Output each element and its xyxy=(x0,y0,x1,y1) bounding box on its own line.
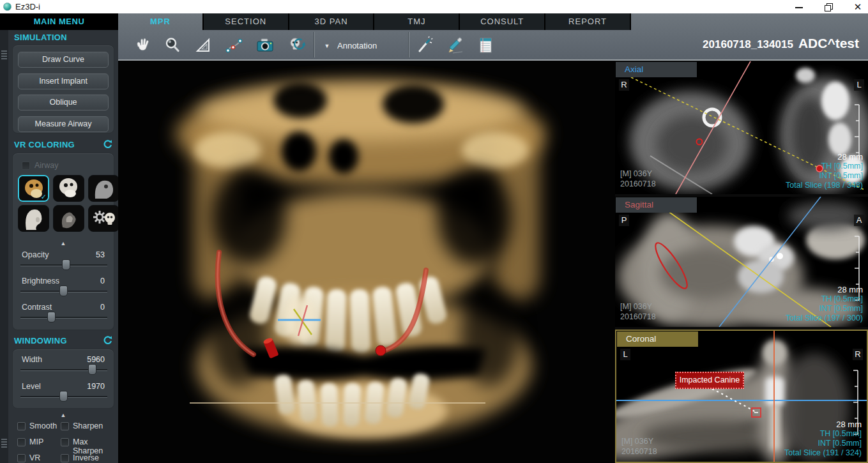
tab-mpr[interactable]: MPR xyxy=(118,13,202,30)
vr-coloring-panel: Airway ✓ xyxy=(12,153,114,330)
coronal-view[interactable]: Coronal L R Impacted Canine [M] 036Y2016… xyxy=(615,330,868,463)
opacity-slider[interactable] xyxy=(20,264,107,266)
tab-section[interactable]: SECTION xyxy=(204,13,288,30)
sagittal-view[interactable]: Sagittal P A [M] 036Y20160718 28 mm TH [… xyxy=(615,197,868,327)
window-titlebar: Ez3D-i ✕ xyxy=(0,0,868,13)
sagittal-thickness-label: TH [0.5mm] xyxy=(786,294,863,304)
level-slider-thumb[interactable] xyxy=(59,391,68,402)
restore-button[interactable] xyxy=(823,2,834,12)
selected-check-icon: ✓ xyxy=(41,193,47,201)
study-id: 20160718_134015 xyxy=(703,38,793,50)
width-value: 5960 xyxy=(87,355,105,364)
opacity-slider-thumb[interactable] xyxy=(62,259,70,270)
brightness-slider[interactable] xyxy=(20,291,107,292)
axial-patient-meta: [M] 036Y20160718 xyxy=(620,169,656,189)
sharpen-checkbox[interactable] xyxy=(61,422,69,430)
vr-preset-gray-bone[interactable] xyxy=(88,175,119,202)
angle-ruler-icon[interactable] xyxy=(191,33,215,57)
windowing-section-title: WINDOWING xyxy=(14,336,67,345)
rotate-3d-skull-icon[interactable] xyxy=(285,33,309,57)
volume-render-viewport[interactable]: 3D xyxy=(118,61,615,463)
brightness-value: 0 xyxy=(100,277,105,285)
magic-wand-icon[interactable] xyxy=(412,33,436,57)
vr-coloring-refresh-icon[interactable] xyxy=(103,139,113,149)
tab-tmj[interactable]: TMJ xyxy=(374,13,459,30)
vr-checkbox[interactable] xyxy=(17,454,26,462)
window-title: Ez3D-i xyxy=(15,2,40,11)
coronal-view-tab[interactable]: Coronal xyxy=(617,331,698,347)
vr-label: VR xyxy=(29,453,40,462)
zoom-magnifier-icon[interactable] xyxy=(160,33,185,57)
main-menu-button[interactable]: MAIN MENU xyxy=(0,13,118,30)
draw-pencil-icon[interactable] xyxy=(443,33,468,57)
brightness-slider-thumb[interactable] xyxy=(59,285,68,296)
oblique-button[interactable]: Oblique xyxy=(18,95,109,110)
coronal-slice-meta: 28 mm TH [0.5mm] INT [0.5mm] Total Slice… xyxy=(784,420,862,458)
panel-collapse-handle[interactable] xyxy=(1,50,7,59)
axial-view-tab[interactable]: Axial xyxy=(616,62,697,77)
sidebar-collapse-rail xyxy=(0,30,8,463)
axial-view[interactable]: Axial R L [M] 036Y20160718 28 mm TH [0.5… xyxy=(615,61,868,194)
airway-checkbox[interactable] xyxy=(22,162,30,170)
axial-scale-label: 28 mm xyxy=(786,152,863,162)
toolbar-separator xyxy=(408,32,409,57)
coronal-thickness-label: TH [0.5mm] xyxy=(784,429,862,439)
mip-checkbox[interactable] xyxy=(17,438,26,446)
inverse-checkbox[interactable] xyxy=(61,454,69,462)
sagittal-patient-meta: [M] 036Y20160718 xyxy=(620,301,656,322)
sagittal-marker-posterior: P xyxy=(619,215,629,226)
draw-curve-button[interactable]: Draw Curve xyxy=(18,52,109,68)
axial-interval-label: INT [0.5mm] xyxy=(786,171,863,181)
module-tabs: MPR SECTION 3D PAN TMJ CONSULT REPORT xyxy=(118,13,631,30)
vr-preset-color-bone[interactable]: ✓ xyxy=(18,175,49,202)
tab-report[interactable]: REPORT xyxy=(545,13,630,30)
annotation-dropdown-icon[interactable]: ▼ xyxy=(320,40,334,52)
filters-collapse-icon[interactable]: ▲ xyxy=(8,412,118,418)
insert-implant-button[interactable]: Insert Implant xyxy=(18,73,109,89)
minimize-button[interactable] xyxy=(794,2,804,12)
smooth-checkbox[interactable] xyxy=(17,422,26,430)
opacity-label: Opacity xyxy=(22,250,49,259)
axial-marker-left-side: L xyxy=(854,79,864,91)
vr-preset-sinus[interactable] xyxy=(53,205,84,232)
coronal-interval-label: INT [0.5mm] xyxy=(784,439,862,448)
skull-volume-render xyxy=(118,61,615,463)
tab-3d-pan[interactable]: 3D PAN xyxy=(289,13,374,30)
sagittal-interval-label: INT [0.5mm] xyxy=(786,304,863,314)
axial-thickness-label: TH [0.5mm] xyxy=(786,162,863,171)
panel-collapse-handle[interactable] xyxy=(1,439,7,448)
contrast-slider[interactable] xyxy=(20,317,107,319)
windowing-panel: Width 5960 Level 1970 xyxy=(12,349,114,409)
curve-measure-icon[interactable] xyxy=(222,33,247,57)
vr-preset-soft-tissue[interactable] xyxy=(18,205,49,232)
mip-label: MIP xyxy=(29,437,43,446)
width-slider[interactable] xyxy=(20,369,107,371)
sagittal-marker-anterior: A xyxy=(854,215,864,226)
ez3d-application-window: Ez3D-i ✕ MAIN MENU MPR SECTION 3D PAN TM… xyxy=(0,0,868,463)
tab-consult[interactable]: CONSULT xyxy=(460,13,544,30)
capture-camera-icon[interactable] xyxy=(253,33,277,57)
vr-preset-settings[interactable] xyxy=(88,205,119,232)
brightness-label: Brightness xyxy=(22,277,59,285)
close-button[interactable]: ✕ xyxy=(853,2,863,12)
measure-airway-button[interactable]: Measure Airway xyxy=(18,116,109,132)
sagittal-total-slice-label: Total Slice (197 / 300) xyxy=(786,314,863,323)
contrast-slider-thumb[interactable] xyxy=(47,312,56,323)
coronal-marker-left-side: L xyxy=(620,349,630,360)
vr-preset-white-bone[interactable] xyxy=(53,175,84,202)
width-slider-thumb[interactable] xyxy=(88,364,96,375)
sagittal-view-tab[interactable]: Sagittal xyxy=(616,197,697,213)
max-sharpen-checkbox[interactable] xyxy=(61,438,69,446)
windowing-refresh-icon[interactable] xyxy=(103,335,113,345)
vr-sliders-collapse-icon[interactable]: ▲ xyxy=(13,240,114,247)
coronal-total-slice-label: Total Slice (191 / 324) xyxy=(784,448,862,458)
pan-hand-icon[interactable] xyxy=(130,33,154,57)
mpr-panel: Axial R L [M] 036Y20160718 28 mm TH [0.5… xyxy=(615,61,868,463)
impacted-canine-annotation[interactable]: Impacted Canine xyxy=(675,372,744,389)
contrast-value: 0 xyxy=(100,303,105,312)
level-slider[interactable] xyxy=(20,396,107,398)
annotation-dropdown-label[interactable]: Annotation xyxy=(337,41,377,50)
axial-slice-meta: 28 mm TH [0.5mm] INT [0.5mm] Total Slice… xyxy=(786,152,863,190)
vr-coloring-section-title: VR COLORING xyxy=(14,140,75,149)
report-notes-icon[interactable] xyxy=(473,33,498,57)
